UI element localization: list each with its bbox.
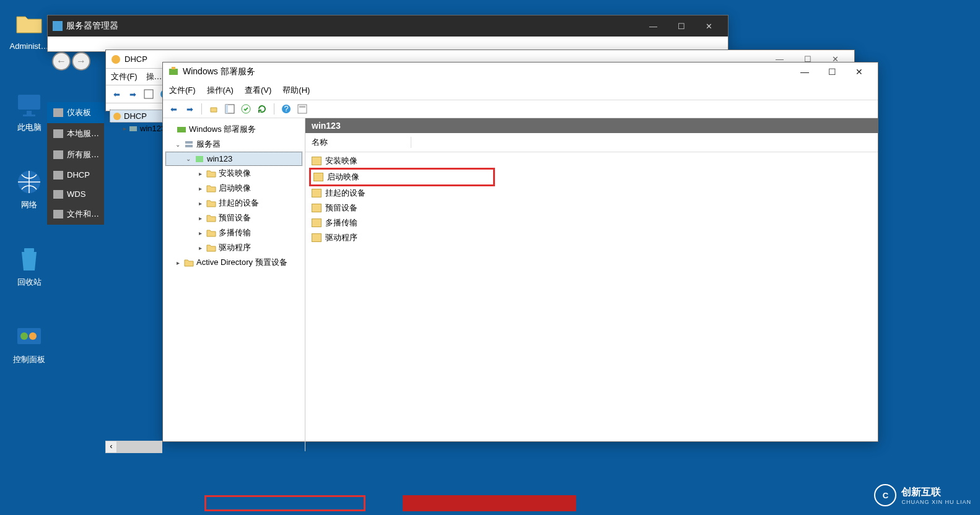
menu-view[interactable]: 查看(V) <box>245 85 271 96</box>
cropped-button-solid <box>403 495 576 511</box>
dashboard-icon <box>53 108 63 117</box>
servers-icon <box>53 150 63 159</box>
close-button[interactable]: ✕ <box>846 67 873 77</box>
folder-icon <box>312 219 322 227</box>
desktop-icon-label: 控制面板 <box>7 354 51 365</box>
column-resizer[interactable] <box>411 137 411 148</box>
close-button[interactable]: ✕ <box>695 22 723 31</box>
expand-icon[interactable]: ▸ <box>196 230 204 236</box>
toolbar-refresh-button[interactable] <box>255 102 269 116</box>
svg-point-7 <box>29 332 37 340</box>
desktop-icon-control-panel[interactable]: 控制面板 <box>7 322 51 365</box>
list-item-label: 挂起的设备 <box>325 188 365 199</box>
watermark: C 创新互联 CHUANG XIN HU LIAN <box>874 484 971 506</box>
minimize-button[interactable]: — <box>639 22 667 31</box>
toolbar-export-button[interactable] <box>239 102 253 116</box>
toolbar-view-button[interactable] <box>223 102 237 116</box>
toolbar-forward-button[interactable]: ➡ <box>126 87 139 101</box>
toolbar-back-button[interactable]: ⬅ <box>167 102 180 116</box>
desktop-icon-label: 此电脑 <box>7 122 51 133</box>
list-item[interactable]: 挂起的设备 <box>309 186 874 201</box>
svg-rect-1 <box>27 111 32 115</box>
toolbar-forward-button[interactable]: ➡ <box>183 102 196 116</box>
desktop-icon-pc[interactable]: 此电脑 <box>7 90 51 133</box>
tree-node-boot-image[interactable]: ▸启动映像 <box>165 181 302 196</box>
folder-icon <box>312 157 322 165</box>
svg-rect-14 <box>169 69 178 75</box>
svg-rect-26 <box>196 156 203 162</box>
tree-node-prestaged-devices[interactable]: ▸预留设备 <box>165 210 302 225</box>
expand-icon[interactable]: ▸ <box>196 170 204 177</box>
svg-rect-24 <box>185 141 193 144</box>
menu-action[interactable]: 操… <box>146 71 162 82</box>
menu-file[interactable]: 文件(F) <box>169 85 196 96</box>
folder-icon <box>313 173 323 181</box>
list-item[interactable]: 安装映像 <box>309 154 874 168</box>
tree-servers[interactable]: ⌄ 服务器 <box>165 137 302 152</box>
list-item[interactable]: 驱动程序 <box>309 230 874 245</box>
sidebar-item-local-server[interactable]: 本地服… <box>47 123 104 144</box>
tree-node-pending-devices[interactable]: ▸挂起的设备 <box>165 196 302 210</box>
toolbar-separator <box>201 103 202 115</box>
menu-help[interactable]: 帮助(H) <box>282 85 310 96</box>
cropped-button-outline <box>204 495 365 511</box>
sidebar-item-wds[interactable]: WDS <box>47 184 104 204</box>
tree-node-multicast[interactable]: ▸多播传输 <box>165 225 302 240</box>
toolbar-up-button[interactable] <box>207 102 221 116</box>
expand-icon[interactable]: ▸ <box>196 215 204 222</box>
server-manager-sidebar: 仪表板 本地服… 所有服… DHCP WDS 文件和… <box>47 102 104 225</box>
column-name[interactable]: 名称 <box>312 137 411 148</box>
maximize-button[interactable]: ☐ <box>818 67 846 77</box>
tree-server-win123[interactable]: ⌄ win123 <box>165 152 302 166</box>
list-header: 名称 <box>305 133 878 152</box>
titlebar[interactable]: 服务器管理器 — ☐ ✕ <box>48 15 728 37</box>
list-item[interactable]: 预留设备 <box>309 201 874 215</box>
window-title: 服务器管理器 <box>66 20 639 32</box>
menu-file[interactable]: 文件(F) <box>111 71 138 82</box>
titlebar[interactable]: Windows 部署服务 — ☐ ✕ <box>163 63 878 81</box>
toolbar-view-button[interactable] <box>142 87 155 101</box>
expand-icon[interactable]: ▸ <box>196 245 204 251</box>
scrollbar-left-arrow[interactable]: ‹ <box>106 441 117 452</box>
wds-icon <box>53 190 63 199</box>
tree-node-install-image[interactable]: ▸安装映像 <box>165 166 302 181</box>
sidebar-item-file-storage[interactable]: 文件和… <box>47 204 104 225</box>
sidebar-item-dhcp[interactable]: DHCP <box>47 165 104 184</box>
desktop-icon-folder[interactable]: Administ… <box>7 9 51 51</box>
list-item-label: 多播传输 <box>325 217 357 228</box>
nav-forward-button[interactable]: → <box>72 52 90 71</box>
folder-icon <box>206 243 216 252</box>
menu-action[interactable]: 操作(A) <box>207 85 234 96</box>
list-item-label: 安装映像 <box>325 155 357 167</box>
toolbar-back-button[interactable]: ⬅ <box>110 87 123 101</box>
scrollbar-track[interactable] <box>117 441 162 452</box>
desktop-icon-network[interactable]: 网络 <box>7 167 51 210</box>
list-item[interactable]: 启动映像 <box>309 168 495 186</box>
collapse-icon[interactable]: ⌄ <box>185 155 192 162</box>
folder-icon <box>312 233 322 242</box>
toolbar-properties-button[interactable] <box>295 102 309 116</box>
sidebar-item-all-servers[interactable]: 所有服… <box>47 144 104 165</box>
maximize-button[interactable]: ☐ <box>667 22 695 31</box>
svg-text:?: ? <box>284 104 288 113</box>
expand-icon[interactable]: ▸ <box>196 185 204 192</box>
minimize-button[interactable]: — <box>791 67 818 77</box>
dhcp-scrollbar[interactable]: ‹ <box>105 441 162 453</box>
desktop-icon-label: Administ… <box>7 41 51 51</box>
sidebar-item-dashboard[interactable]: 仪表板 <box>47 102 104 123</box>
dhcp-tree-server[interactable]: ▸ win123 <box>121 123 168 134</box>
nav-back-button[interactable]: ← <box>52 52 71 71</box>
tree-root-wds[interactable]: Windows 部署服务 <box>165 122 302 137</box>
collapse-icon[interactable]: ⌄ <box>174 141 182 148</box>
svg-rect-2 <box>23 115 35 116</box>
tree-node-drivers[interactable]: ▸驱动程序 <box>165 240 302 255</box>
expand-icon[interactable]: ▸ <box>174 259 182 266</box>
toolbar-help-button[interactable]: ? <box>279 102 293 116</box>
watermark-logo-icon: C <box>874 484 896 506</box>
dhcp-tree-root[interactable]: DHCP <box>110 110 168 123</box>
desktop-icon-recycle[interactable]: 回收站 <box>7 245 51 288</box>
list-item[interactable]: 多播传输 <box>309 215 874 230</box>
list-body: 安装映像启动映像挂起的设备预留设备多播传输驱动程序 <box>305 152 878 451</box>
tree-ad-prestaged[interactable]: ▸ Active Directory 预置设备 <box>165 255 302 270</box>
expand-icon[interactable]: ▸ <box>196 200 204 207</box>
